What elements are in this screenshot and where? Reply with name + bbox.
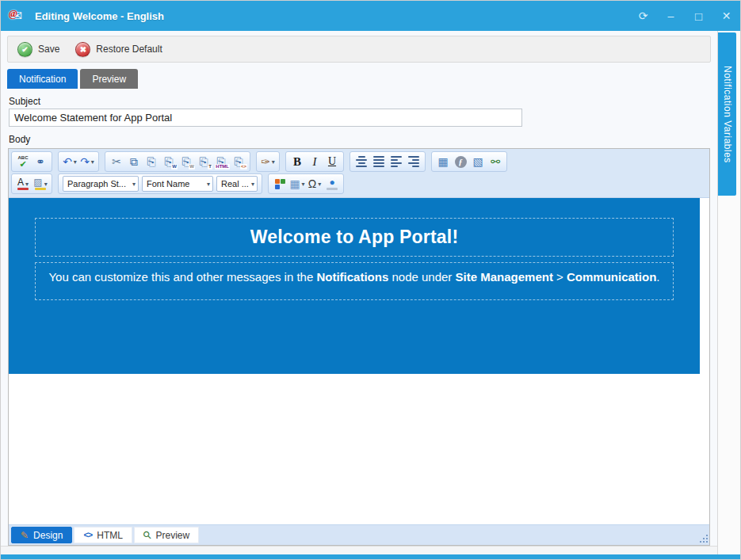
toolbar-group	[349, 151, 426, 172]
status-strip	[1, 546, 717, 554]
chevron-down-icon: ▾	[25, 181, 29, 188]
editor-mode-bar: ✎ Design <> HTML ⚲ Preview	[9, 524, 709, 545]
rich-text-editor: ABC✔⚭↶▾↷▾✂⧉⎘⎘W⎘W⎘T⎘HTML⎘<>✑▾BIU▦ƒ▧⚯ A▾▨▾…	[8, 148, 710, 546]
html-mode-tab[interactable]: <> HTML	[74, 527, 132, 543]
paste-html-icon[interactable]: ⎘HTML	[212, 153, 230, 170]
paste-from-word-strip-font-icon[interactable]: ⎘W	[178, 153, 195, 170]
main-panel: ✔ Save ✖ Restore Default Notification Pr…	[1, 31, 717, 554]
font-name-select[interactable]: Font Name▾	[142, 176, 213, 192]
paste-icon[interactable]: ⎘	[143, 153, 160, 170]
insert-snippet-icon[interactable]	[271, 175, 288, 192]
save-button-label: Save	[38, 44, 59, 55]
align-left-icon[interactable]	[388, 153, 405, 170]
toolbar-group: ✂⧉⎘⎘W⎘W⎘T⎘HTML⎘<>	[105, 151, 250, 172]
pencil-icon: ✎	[21, 531, 29, 540]
refresh-icon[interactable]: ⟳	[629, 5, 657, 27]
editor-toolbars: ABC✔⚭↶▾↷▾✂⧉⎘⎘W⎘W⎘T⎘HTML⎘<>✑▾BIU▦ƒ▧⚯ A▾▨▾…	[9, 149, 709, 198]
undo-icon[interactable]: ↶▾	[61, 153, 78, 170]
app-portal-mark-icon: @	[9, 7, 17, 20]
chevron-down-icon: ▾	[132, 181, 136, 188]
paragraph-style-select[interactable]: Paragraph St...▾	[63, 176, 139, 192]
chevron-down-icon: ▾	[207, 181, 210, 188]
tab-bar: Notification Preview	[1, 69, 717, 89]
editor-toolbar-row-1: ABC✔⚭↶▾↷▾✂⧉⎘⎘W⎘W⎘T⎘HTML⎘<>✑▾BIU▦ƒ▧⚯	[11, 150, 707, 173]
restore-default-button[interactable]: ✖ Restore Default	[75, 42, 162, 57]
image-manager-icon[interactable]: ▦	[434, 153, 452, 170]
app-logo-icon: ✉ @	[10, 9, 29, 24]
chevron-down-icon: ▾	[44, 181, 48, 188]
chevron-down-icon: ▾	[318, 181, 321, 188]
title-bar: ✉ @ Editing Welcome - English ⟳ – □ ✕	[1, 1, 740, 31]
code-icon: <>	[83, 531, 92, 539]
underline-icon[interactable]: U	[323, 153, 341, 170]
toolbar-group: ↶▾↷▾	[58, 151, 99, 172]
bold-icon[interactable]: B	[288, 153, 306, 170]
toolbar-group: ▦▾Ω▾●	[268, 173, 344, 194]
window-body: ✔ Save ✖ Restore Default Notification Pr…	[1, 31, 740, 554]
preview-mode-label: Preview	[155, 530, 189, 541]
subject-label: Subject	[9, 96, 709, 107]
right-side-strip: Notification Variables	[717, 31, 740, 554]
body-label: Body	[9, 134, 709, 145]
strip-formatting-icon[interactable]: ✑▾	[259, 153, 277, 170]
background-color-icon[interactable]: ▨▾	[32, 175, 49, 192]
window-controls: ⟳ – □ ✕	[629, 5, 740, 27]
copy-icon[interactable]: ⧉	[125, 153, 143, 170]
foreground-color-icon[interactable]: A▾	[14, 175, 32, 192]
x-circle-icon: ✖	[75, 42, 90, 57]
check-circle-icon: ✔	[17, 42, 32, 57]
notification-variables-tab[interactable]: Notification Variables	[718, 32, 736, 196]
email-blue-banner: Welcome to App Portal! You can customize…	[9, 198, 700, 374]
save-button[interactable]: ✔ Save	[17, 42, 59, 57]
find-and-replace-icon[interactable]: ⚭	[32, 153, 49, 170]
window-title: Editing Welcome - English	[35, 10, 164, 22]
paste-from-word-icon[interactable]: ⎘W	[160, 153, 178, 170]
redo-icon[interactable]: ↷▾	[78, 153, 96, 170]
spellcheck-icon[interactable]: ABC✔	[14, 153, 32, 170]
minimize-icon[interactable]: –	[657, 5, 685, 27]
tab-preview[interactable]: Preview	[80, 69, 138, 89]
close-icon[interactable]: ✕	[712, 5, 740, 27]
chevron-down-icon: ▾	[91, 158, 94, 166]
resize-grip[interactable]	[703, 538, 705, 539]
flash-manager-icon[interactable]: ƒ	[452, 153, 469, 170]
insert-object-icon[interactable]: ●	[323, 175, 341, 192]
editor-canvas[interactable]: Welcome to App Portal! You can customize…	[9, 198, 709, 524]
design-mode-tab[interactable]: ✎ Design	[11, 527, 72, 543]
html-mode-label: HTML	[97, 530, 123, 541]
image-map-editor-icon[interactable]: ▧	[469, 153, 487, 170]
heading-block: Welcome to App Portal!	[35, 218, 674, 257]
hyperlink-manager-icon[interactable]: ⚯	[487, 153, 504, 170]
cut-icon[interactable]: ✂	[108, 153, 125, 170]
align-justify-icon[interactable]	[370, 153, 388, 170]
magnifier-icon: ⚲	[141, 529, 154, 542]
font-name-select-value: Font Name	[147, 179, 189, 189]
message-block: You can customize this and other message…	[35, 262, 674, 300]
tab-notification[interactable]: Notification	[7, 69, 78, 89]
italic-icon[interactable]: I	[306, 153, 323, 170]
window-bottom-edge	[1, 554, 740, 559]
chevron-down-icon: ▾	[302, 181, 305, 188]
maximize-icon[interactable]: □	[685, 5, 712, 27]
subject-input[interactable]	[9, 109, 522, 127]
insert-table-icon[interactable]: ▦▾	[288, 175, 306, 192]
chevron-down-icon: ▾	[74, 158, 77, 166]
font-size-select-value: Real ...	[221, 179, 249, 189]
paste-plain-text-icon[interactable]: ⎘T	[195, 153, 212, 170]
insert-symbol-icon[interactable]: Ω▾	[306, 175, 323, 192]
toolbar-group: BIU	[285, 151, 344, 172]
toolbar-group: ABC✔⚭	[11, 151, 52, 172]
action-toolbar: ✔ Save ✖ Restore Default	[7, 36, 711, 63]
dialog-window: ✉ @ Editing Welcome - English ⟳ – □ ✕ ✔ …	[0, 0, 741, 560]
paste-as-html-icon[interactable]: ⎘<>	[230, 153, 247, 170]
align-right-icon[interactable]	[405, 153, 422, 170]
toolbar-group: ✑▾	[256, 151, 280, 172]
align-center-icon[interactable]	[353, 153, 370, 170]
design-mode-label: Design	[33, 530, 63, 541]
chevron-down-icon: ▾	[251, 181, 254, 188]
message-text: You can customize this and other message…	[48, 270, 659, 284]
font-size-select[interactable]: Real ...▾	[216, 176, 258, 192]
preview-mode-tab[interactable]: ⚲ Preview	[134, 527, 199, 543]
paragraph-style-select-value: Paragraph St...	[67, 179, 126, 189]
email-heading: Welcome to App Portal!	[250, 227, 459, 248]
